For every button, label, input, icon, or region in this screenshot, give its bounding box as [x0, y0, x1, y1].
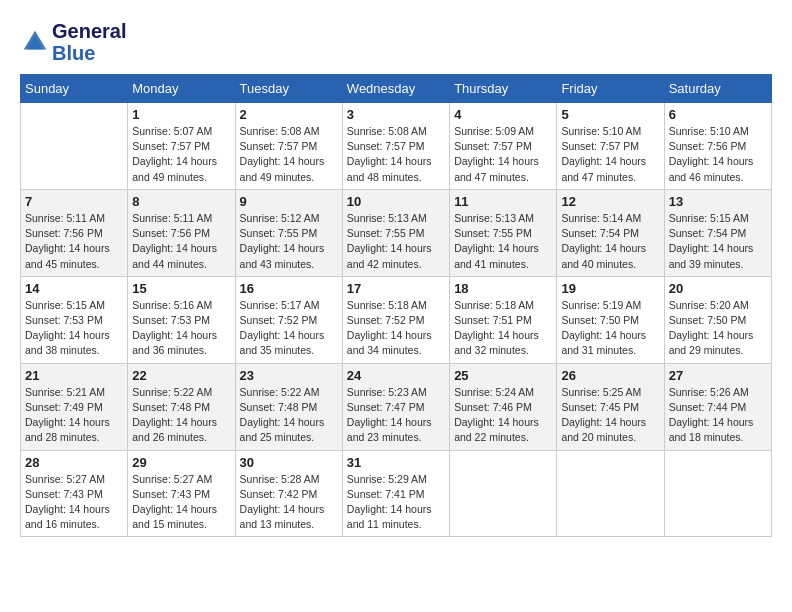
calendar-cell: 31Sunrise: 5:29 AMSunset: 7:41 PMDayligh… — [342, 450, 449, 537]
day-number: 20 — [669, 281, 767, 296]
day-number: 21 — [25, 368, 123, 383]
day-number: 12 — [561, 194, 659, 209]
column-header-saturday: Saturday — [664, 75, 771, 103]
day-number: 26 — [561, 368, 659, 383]
calendar-cell — [450, 450, 557, 537]
calendar-cell: 29Sunrise: 5:27 AMSunset: 7:43 PMDayligh… — [128, 450, 235, 537]
day-info: Sunrise: 5:22 AMSunset: 7:48 PMDaylight:… — [240, 385, 338, 446]
day-number: 23 — [240, 368, 338, 383]
logo: General Blue — [20, 20, 126, 64]
day-info: Sunrise: 5:08 AMSunset: 7:57 PMDaylight:… — [347, 124, 445, 185]
week-row-1: 1Sunrise: 5:07 AMSunset: 7:57 PMDaylight… — [21, 103, 772, 190]
column-header-sunday: Sunday — [21, 75, 128, 103]
day-info: Sunrise: 5:20 AMSunset: 7:50 PMDaylight:… — [669, 298, 767, 359]
day-number: 4 — [454, 107, 552, 122]
week-row-3: 14Sunrise: 5:15 AMSunset: 7:53 PMDayligh… — [21, 276, 772, 363]
page-header: General Blue — [20, 20, 772, 64]
calendar-cell: 3Sunrise: 5:08 AMSunset: 7:57 PMDaylight… — [342, 103, 449, 190]
day-number: 9 — [240, 194, 338, 209]
day-number: 28 — [25, 455, 123, 470]
column-header-wednesday: Wednesday — [342, 75, 449, 103]
calendar-cell: 25Sunrise: 5:24 AMSunset: 7:46 PMDayligh… — [450, 363, 557, 450]
calendar-cell: 18Sunrise: 5:18 AMSunset: 7:51 PMDayligh… — [450, 276, 557, 363]
calendar-cell: 20Sunrise: 5:20 AMSunset: 7:50 PMDayligh… — [664, 276, 771, 363]
column-header-tuesday: Tuesday — [235, 75, 342, 103]
logo-text-line2: Blue — [52, 42, 126, 64]
calendar-cell: 12Sunrise: 5:14 AMSunset: 7:54 PMDayligh… — [557, 189, 664, 276]
calendar-cell: 24Sunrise: 5:23 AMSunset: 7:47 PMDayligh… — [342, 363, 449, 450]
day-number: 11 — [454, 194, 552, 209]
day-info: Sunrise: 5:16 AMSunset: 7:53 PMDaylight:… — [132, 298, 230, 359]
calendar-cell: 21Sunrise: 5:21 AMSunset: 7:49 PMDayligh… — [21, 363, 128, 450]
calendar-table: SundayMondayTuesdayWednesdayThursdayFrid… — [20, 74, 772, 537]
day-info: Sunrise: 5:17 AMSunset: 7:52 PMDaylight:… — [240, 298, 338, 359]
calendar-cell — [21, 103, 128, 190]
calendar-cell: 30Sunrise: 5:28 AMSunset: 7:42 PMDayligh… — [235, 450, 342, 537]
calendar-cell: 26Sunrise: 5:25 AMSunset: 7:45 PMDayligh… — [557, 363, 664, 450]
calendar-cell: 17Sunrise: 5:18 AMSunset: 7:52 PMDayligh… — [342, 276, 449, 363]
day-info: Sunrise: 5:25 AMSunset: 7:45 PMDaylight:… — [561, 385, 659, 446]
day-info: Sunrise: 5:19 AMSunset: 7:50 PMDaylight:… — [561, 298, 659, 359]
day-number: 5 — [561, 107, 659, 122]
day-number: 16 — [240, 281, 338, 296]
day-info: Sunrise: 5:10 AMSunset: 7:56 PMDaylight:… — [669, 124, 767, 185]
logo-text-line1: General — [52, 20, 126, 42]
day-number: 24 — [347, 368, 445, 383]
day-info: Sunrise: 5:13 AMSunset: 7:55 PMDaylight:… — [454, 211, 552, 272]
day-number: 19 — [561, 281, 659, 296]
day-number: 13 — [669, 194, 767, 209]
day-info: Sunrise: 5:29 AMSunset: 7:41 PMDaylight:… — [347, 472, 445, 533]
day-number: 10 — [347, 194, 445, 209]
day-info: Sunrise: 5:22 AMSunset: 7:48 PMDaylight:… — [132, 385, 230, 446]
calendar-cell: 4Sunrise: 5:09 AMSunset: 7:57 PMDaylight… — [450, 103, 557, 190]
column-header-thursday: Thursday — [450, 75, 557, 103]
calendar-cell: 14Sunrise: 5:15 AMSunset: 7:53 PMDayligh… — [21, 276, 128, 363]
day-info: Sunrise: 5:23 AMSunset: 7:47 PMDaylight:… — [347, 385, 445, 446]
day-info: Sunrise: 5:09 AMSunset: 7:57 PMDaylight:… — [454, 124, 552, 185]
column-header-friday: Friday — [557, 75, 664, 103]
day-info: Sunrise: 5:12 AMSunset: 7:55 PMDaylight:… — [240, 211, 338, 272]
day-info: Sunrise: 5:18 AMSunset: 7:52 PMDaylight:… — [347, 298, 445, 359]
day-number: 6 — [669, 107, 767, 122]
calendar-cell: 7Sunrise: 5:11 AMSunset: 7:56 PMDaylight… — [21, 189, 128, 276]
week-row-2: 7Sunrise: 5:11 AMSunset: 7:56 PMDaylight… — [21, 189, 772, 276]
calendar-cell: 13Sunrise: 5:15 AMSunset: 7:54 PMDayligh… — [664, 189, 771, 276]
calendar-cell: 6Sunrise: 5:10 AMSunset: 7:56 PMDaylight… — [664, 103, 771, 190]
day-info: Sunrise: 5:13 AMSunset: 7:55 PMDaylight:… — [347, 211, 445, 272]
day-number: 17 — [347, 281, 445, 296]
day-number: 25 — [454, 368, 552, 383]
day-number: 27 — [669, 368, 767, 383]
day-info: Sunrise: 5:18 AMSunset: 7:51 PMDaylight:… — [454, 298, 552, 359]
logo-icon — [20, 27, 50, 57]
calendar-cell: 16Sunrise: 5:17 AMSunset: 7:52 PMDayligh… — [235, 276, 342, 363]
calendar-cell: 11Sunrise: 5:13 AMSunset: 7:55 PMDayligh… — [450, 189, 557, 276]
calendar-cell: 2Sunrise: 5:08 AMSunset: 7:57 PMDaylight… — [235, 103, 342, 190]
calendar-cell: 19Sunrise: 5:19 AMSunset: 7:50 PMDayligh… — [557, 276, 664, 363]
calendar-cell — [664, 450, 771, 537]
day-info: Sunrise: 5:24 AMSunset: 7:46 PMDaylight:… — [454, 385, 552, 446]
calendar-cell — [557, 450, 664, 537]
day-info: Sunrise: 5:15 AMSunset: 7:53 PMDaylight:… — [25, 298, 123, 359]
day-info: Sunrise: 5:11 AMSunset: 7:56 PMDaylight:… — [25, 211, 123, 272]
day-info: Sunrise: 5:14 AMSunset: 7:54 PMDaylight:… — [561, 211, 659, 272]
day-number: 18 — [454, 281, 552, 296]
calendar-cell: 15Sunrise: 5:16 AMSunset: 7:53 PMDayligh… — [128, 276, 235, 363]
day-number: 14 — [25, 281, 123, 296]
calendar-cell: 22Sunrise: 5:22 AMSunset: 7:48 PMDayligh… — [128, 363, 235, 450]
day-number: 3 — [347, 107, 445, 122]
calendar-cell: 1Sunrise: 5:07 AMSunset: 7:57 PMDaylight… — [128, 103, 235, 190]
calendar-cell: 10Sunrise: 5:13 AMSunset: 7:55 PMDayligh… — [342, 189, 449, 276]
calendar-cell: 8Sunrise: 5:11 AMSunset: 7:56 PMDaylight… — [128, 189, 235, 276]
calendar-cell: 9Sunrise: 5:12 AMSunset: 7:55 PMDaylight… — [235, 189, 342, 276]
day-info: Sunrise: 5:27 AMSunset: 7:43 PMDaylight:… — [25, 472, 123, 533]
day-number: 31 — [347, 455, 445, 470]
day-info: Sunrise: 5:28 AMSunset: 7:42 PMDaylight:… — [240, 472, 338, 533]
calendar-cell: 23Sunrise: 5:22 AMSunset: 7:48 PMDayligh… — [235, 363, 342, 450]
week-row-5: 28Sunrise: 5:27 AMSunset: 7:43 PMDayligh… — [21, 450, 772, 537]
day-info: Sunrise: 5:11 AMSunset: 7:56 PMDaylight:… — [132, 211, 230, 272]
day-info: Sunrise: 5:27 AMSunset: 7:43 PMDaylight:… — [132, 472, 230, 533]
day-number: 7 — [25, 194, 123, 209]
header-row: SundayMondayTuesdayWednesdayThursdayFrid… — [21, 75, 772, 103]
column-header-monday: Monday — [128, 75, 235, 103]
day-number: 29 — [132, 455, 230, 470]
